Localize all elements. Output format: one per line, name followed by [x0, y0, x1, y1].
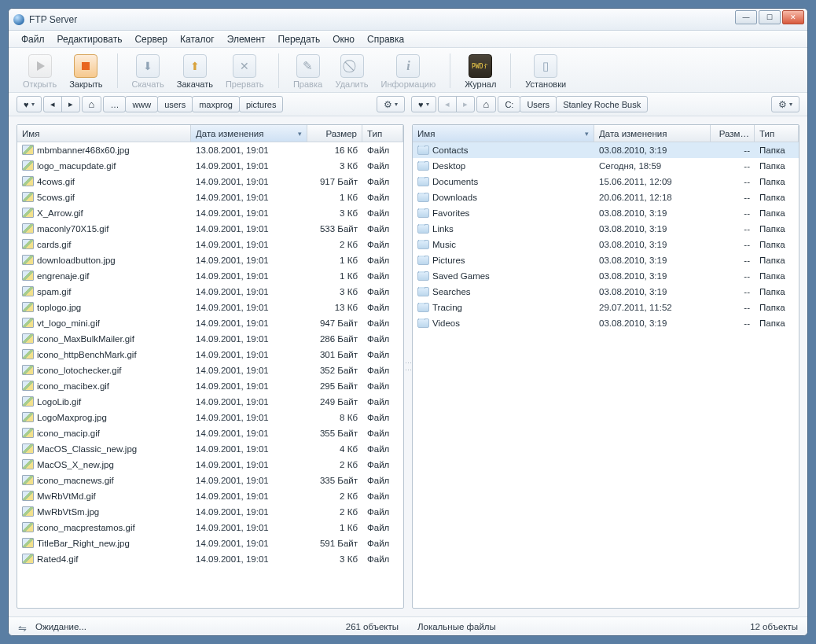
table-row[interactable]: downloadbutton.jpg14.09.2001, 19:011 КбФ…	[17, 252, 403, 268]
table-row[interactable]: Favorites03.08.2010, 3:19--Папка	[413, 205, 799, 221]
table-row[interactable]: icono_macip.gif14.09.2001, 19:01355 Байт…	[17, 425, 403, 441]
col-type[interactable]: Тип	[362, 125, 403, 142]
file-icon	[22, 223, 34, 234]
col-name[interactable]: Имя	[413, 125, 594, 142]
table-row[interactable]: cards.gif14.09.2001, 19:012 КбФайл	[17, 237, 403, 252]
open-button[interactable]: Открыть	[17, 53, 63, 89]
table-row[interactable]: Rated4.gif14.09.2001, 19:013 КбФайл	[17, 551, 403, 567]
table-row[interactable]: icono_macibex.gif14.09.2001, 19:01295 Ба…	[17, 378, 403, 394]
menu-каталог[interactable]: Каталог	[174, 32, 221, 46]
table-row[interactable]: Contacts03.08.2010, 3:19--Папка	[413, 142, 799, 158]
menu-элемент[interactable]: Элемент	[221, 32, 272, 46]
delete-button[interactable]: Удалить	[329, 53, 375, 89]
table-row[interactable]: Searches03.08.2010, 3:19--Папка	[413, 284, 799, 300]
table-row[interactable]: maconly70X15.gif14.09.2001, 19:01533 Бай…	[17, 221, 403, 237]
table-row[interactable]: engrenaje.gif14.09.2001, 19:011 КбФайл	[17, 268, 403, 284]
breadcrumb-segment[interactable]: Stanley Roche Busk	[556, 96, 648, 112]
nav-fwd-button[interactable]: ▸	[61, 96, 80, 112]
menu-сервер[interactable]: Сервер	[128, 32, 174, 46]
settings-button[interactable]: Установки	[519, 53, 572, 89]
table-row[interactable]: mbmbanner468x60.jpg13.08.2001, 19:0116 К…	[17, 142, 403, 158]
table-row[interactable]: icono_MaxBulkMailer.gif14.09.2001, 19:01…	[17, 331, 403, 347]
breadcrumb-segment[interactable]: users	[157, 96, 193, 112]
table-row[interactable]: MacOS_X_new.jpg14.09.2001, 19:012 КбФайл	[17, 457, 403, 473]
toolbar-label: Удалить	[336, 79, 369, 89]
table-row[interactable]: 4cows.gif14.09.2001, 19:01917 БайтФайл	[17, 174, 403, 190]
table-row[interactable]: Music03.08.2010, 3:19--Папка	[413, 237, 799, 252]
menu-редактировать[interactable]: Редактировать	[51, 32, 129, 46]
maximize-button[interactable]: ☐	[759, 10, 781, 24]
table-row[interactable]: MwRbVtSm.jpg14.09.2001, 19:012 КбФайл	[17, 504, 403, 520]
gear-button[interactable]	[771, 96, 799, 112]
favorites-button[interactable]	[17, 96, 42, 112]
table-row[interactable]: icono_lotochecker.gif14.09.2001, 19:0135…	[17, 362, 403, 378]
table-row[interactable]: icono_macprestamos.gif14.09.2001, 19:011…	[17, 520, 403, 535]
menu-bar: ФайлРедактироватьСерверКаталогЭлементПер…	[9, 31, 807, 48]
table-row[interactable]: Saved Games03.08.2010, 3:19--Папка	[413, 268, 799, 284]
table-row[interactable]: DesktopСегодня, 18:59--Папка	[413, 158, 799, 174]
close-button[interactable]: ✕	[782, 10, 804, 24]
col-date[interactable]: Дата изменения	[594, 125, 711, 142]
table-row[interactable]: Videos03.08.2010, 3:19--Папка	[413, 315, 799, 331]
table-row[interactable]: X_Arrow.gif14.09.2001, 19:013 КбФайл	[17, 205, 403, 221]
col-size[interactable]: Разм…	[711, 125, 755, 142]
abort-button[interactable]: Прервать	[219, 53, 270, 89]
toolbar-label: Скачать	[132, 79, 164, 89]
table-row[interactable]: Documents15.06.2011, 12:09--Папка	[413, 174, 799, 190]
upload-button[interactable]: Закачать	[171, 53, 219, 89]
file-size: 2 Кб	[307, 460, 362, 469]
remote-file-list[interactable]: mbmbanner468x60.jpg13.08.2001, 19:0116 К…	[17, 142, 403, 608]
minimize-button[interactable]: —	[735, 10, 757, 24]
col-size[interactable]: Размер	[307, 125, 362, 142]
breadcrumb-segment[interactable]: …	[103, 96, 126, 112]
favorites-button[interactable]	[411, 96, 436, 112]
pane-splitter[interactable]	[404, 124, 412, 609]
table-row[interactable]: Links03.08.2010, 3:19--Папка	[413, 221, 799, 237]
table-row[interactable]: LogoLib.gif14.09.2001, 19:01249 БайтФайл	[17, 394, 403, 410]
file-date: 14.09.2001, 19:01	[191, 177, 307, 186]
info-button[interactable]: Информацию	[375, 53, 443, 89]
download-button[interactable]: Скачать	[126, 53, 171, 89]
table-row[interactable]: MwRbVtMd.gif14.09.2001, 19:012 КбФайл	[17, 488, 403, 504]
breadcrumb-segment[interactable]: maxprog	[192, 96, 240, 112]
file-icon	[22, 192, 34, 202]
home-button[interactable]	[476, 96, 497, 112]
table-row[interactable]: 5cows.gif14.09.2001, 19:011 КбФайл	[17, 190, 403, 205]
menu-окно[interactable]: Окно	[326, 32, 361, 46]
file-name: 4cows.gif	[37, 177, 75, 186]
table-row[interactable]: MacOS_Classic_new.jpg14.09.2001, 19:014 …	[17, 441, 403, 457]
log-button[interactable]: Журнал	[458, 53, 502, 89]
titlebar[interactable]: FTP Server — ☐ ✕	[9, 9, 807, 31]
table-row[interactable]: Downloads20.06.2011, 12:18--Папка	[413, 190, 799, 205]
table-row[interactable]: logo_macupdate.gif14.09.2001, 19:013 КбФ…	[17, 158, 403, 174]
table-row[interactable]: TitleBar_Right_new.jpg14.09.2001, 19:015…	[17, 535, 403, 551]
table-row[interactable]: icono_httpBenchMark.gif14.09.2001, 19:01…	[17, 347, 403, 362]
nav-fwd-button[interactable]: ▸	[456, 96, 475, 112]
breadcrumb-segment[interactable]: Users	[520, 96, 557, 112]
gear-button[interactable]	[377, 96, 405, 112]
table-row[interactable]: toplogo.jpg14.09.2001, 19:0113 КбФайл	[17, 300, 403, 315]
table-row[interactable]: LogoMaxprog.jpg14.09.2001, 19:018 КбФайл	[17, 410, 403, 425]
breadcrumb-segment[interactable]: www	[125, 96, 158, 112]
menu-справка[interactable]: Справка	[361, 32, 410, 46]
breadcrumb-segment[interactable]: pictures	[239, 96, 284, 112]
table-row[interactable]: Tracing29.07.2011, 11:52--Папка	[413, 300, 799, 315]
col-date[interactable]: Дата изменения	[191, 125, 307, 142]
menu-файл[interactable]: Файл	[15, 32, 51, 46]
col-name[interactable]: Имя	[17, 125, 191, 142]
nav-back-button[interactable]: ◂	[438, 96, 457, 112]
close-button[interactable]: Закрыть	[63, 53, 108, 89]
table-row[interactable]: spam.gif14.09.2001, 19:013 КбФайл	[17, 284, 403, 300]
menu-передать[interactable]: Передать	[272, 32, 327, 46]
col-type[interactable]: Тип	[755, 125, 799, 142]
table-row[interactable]: icono_macnews.gif14.09.2001, 19:01335 Ба…	[17, 473, 403, 488]
file-icon	[22, 286, 34, 296]
breadcrumb-segment[interactable]: C:	[498, 96, 520, 112]
file-name: icono_lotochecker.gif	[37, 366, 121, 375]
table-row[interactable]: vt_logo_mini.gif14.09.2001, 19:01947 Бай…	[17, 315, 403, 331]
nav-back-button[interactable]: ◂	[43, 96, 62, 112]
local-file-list[interactable]: Contacts03.08.2010, 3:19--ПапкаDesktopСе…	[413, 142, 799, 608]
home-button[interactable]	[82, 96, 102, 112]
table-row[interactable]: Pictures03.08.2010, 3:19--Папка	[413, 252, 799, 268]
edit-button[interactable]: Правка	[287, 53, 329, 89]
